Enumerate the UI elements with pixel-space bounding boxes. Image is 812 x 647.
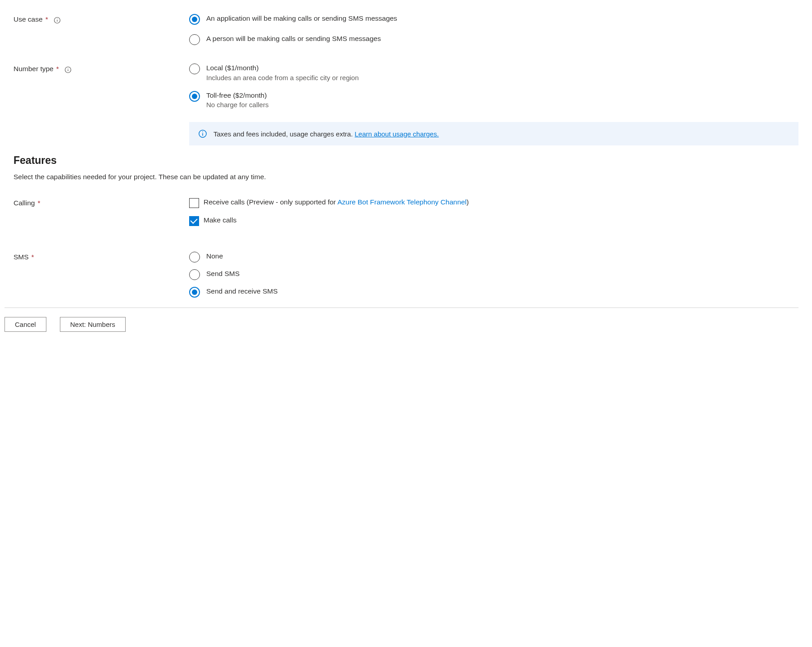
checkbox-label: Make calls	[204, 215, 236, 225]
sms-send-radio[interactable]: Send SMS	[189, 269, 798, 280]
radio-sublabel: Includes an area code from a specific ci…	[206, 74, 359, 81]
radio-label: Local ($1/month)	[206, 63, 359, 73]
number-type-tollfree-radio[interactable]: Toll-free ($2/month) No charge for calle…	[189, 90, 798, 109]
required-asterisk: *	[32, 253, 34, 261]
features-heading: Features	[14, 154, 798, 167]
required-asterisk: *	[45, 15, 48, 23]
sms-send-receive-radio[interactable]: Send and receive SMS	[189, 286, 798, 298]
svg-point-8	[202, 131, 203, 132]
use-case-person-radio[interactable]: A person will be making calls or sending…	[189, 34, 798, 45]
sms-label: SMS *	[14, 251, 189, 298]
radio-icon	[189, 34, 200, 45]
number-type-row: Number type * Local ($1/month) Includes …	[14, 63, 798, 145]
radio-label: None	[206, 251, 223, 261]
info-box-text: Taxes and fees included, usage charges e…	[213, 130, 439, 138]
checkbox-icon	[189, 216, 199, 226]
make-calls-checkbox[interactable]: Make calls	[189, 215, 798, 226]
sms-row: SMS * None Send SMS Send and receive SMS	[14, 251, 798, 298]
info-icon[interactable]	[54, 17, 61, 24]
radio-icon	[189, 269, 200, 280]
svg-point-2	[57, 18, 57, 19]
info-icon	[198, 129, 207, 138]
radio-label: Send SMS	[206, 269, 240, 279]
pricing-info-box: Taxes and fees included, usage charges e…	[189, 122, 798, 145]
required-asterisk: *	[56, 65, 59, 73]
radio-label: An application will be making calls or s…	[206, 14, 397, 23]
radio-label: A person will be making calls or sending…	[206, 34, 381, 44]
radio-label: Send and receive SMS	[206, 286, 278, 296]
use-case-row: Use case * An application will be making…	[14, 14, 798, 45]
calling-row: Calling * Receive calls (Preview - only …	[14, 197, 798, 233]
receive-calls-checkbox[interactable]: Receive calls (Preview - only supported …	[189, 197, 798, 208]
cancel-button[interactable]: Cancel	[5, 317, 46, 332]
checkbox-icon	[189, 198, 199, 208]
number-type-local-radio[interactable]: Local ($1/month) Includes an area code f…	[189, 63, 798, 81]
radio-icon	[189, 252, 200, 262]
number-type-label: Number type *	[14, 63, 189, 145]
radio-label: Toll-free ($2/month)	[206, 90, 268, 100]
calling-label: Calling *	[14, 197, 189, 233]
radio-icon	[189, 63, 200, 74]
svg-point-5	[68, 68, 68, 68]
usage-charges-link[interactable]: Learn about usage charges.	[355, 130, 439, 138]
radio-icon	[189, 287, 200, 298]
use-case-application-radio[interactable]: An application will be making calls or s…	[189, 14, 798, 25]
sms-none-radio[interactable]: None	[189, 251, 798, 262]
radio-icon	[189, 91, 200, 102]
features-description: Select the capabilities needed for your …	[14, 173, 798, 181]
radio-icon	[189, 14, 200, 25]
next-button[interactable]: Next: Numbers	[60, 317, 126, 332]
checkbox-label: Receive calls (Preview - only supported …	[204, 197, 469, 207]
telephony-channel-link[interactable]: Azure Bot Framework Telephony Channel	[337, 198, 467, 206]
footer: Cancel Next: Numbers	[5, 308, 798, 341]
use-case-label: Use case *	[14, 14, 189, 45]
info-icon[interactable]	[64, 66, 72, 73]
radio-sublabel: No charge for callers	[206, 101, 268, 109]
required-asterisk: *	[37, 199, 40, 207]
